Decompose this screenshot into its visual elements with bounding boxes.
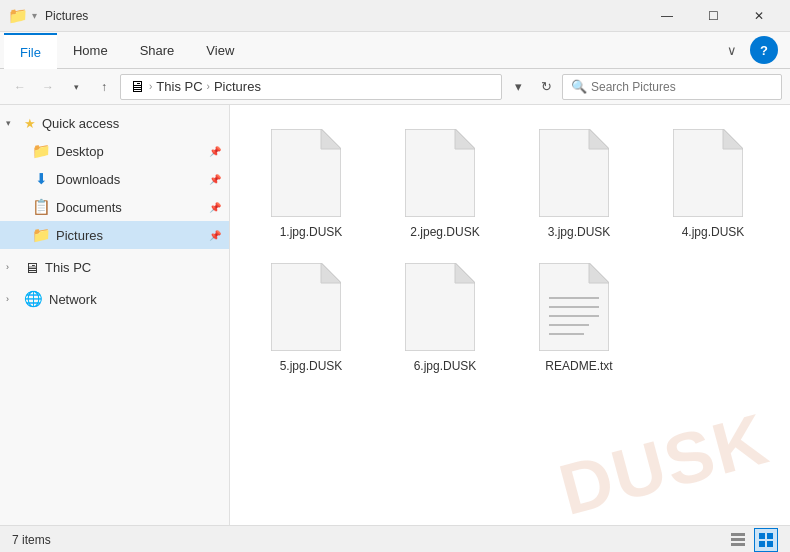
sidebar-item-desktop[interactable]: 📁 Desktop 📌 bbox=[0, 137, 229, 165]
titlebar-icon: 📁 ▾ bbox=[8, 6, 37, 25]
back-button[interactable]: ← bbox=[8, 75, 32, 99]
file-name-6: 6.jpg.DUSK bbox=[414, 359, 477, 373]
ribbon-collapse-icon[interactable]: ∨ bbox=[718, 36, 746, 64]
sidebar-item-downloads[interactable]: ⬇ Downloads 📌 bbox=[0, 165, 229, 193]
file-icon-4 bbox=[673, 129, 753, 219]
svg-rect-25 bbox=[767, 541, 773, 547]
folder-icon: 📁 bbox=[32, 142, 50, 160]
list-item[interactable]: 6.jpg.DUSK bbox=[380, 255, 510, 381]
svg-marker-3 bbox=[455, 129, 475, 149]
main: ▾ ★ Quick access 📁 Desktop 📌 ⬇ Downloads… bbox=[0, 105, 790, 525]
details-view-button[interactable] bbox=[726, 528, 750, 552]
pin-icon-pictures: 📌 bbox=[209, 230, 221, 241]
recent-button[interactable]: ▾ bbox=[64, 75, 88, 99]
path-separator-2: › bbox=[207, 81, 210, 92]
path-this-pc[interactable]: This PC bbox=[156, 79, 202, 94]
pin-icon: 📌 bbox=[209, 146, 221, 157]
help-icon[interactable]: ? bbox=[750, 36, 778, 64]
svg-rect-23 bbox=[767, 533, 773, 539]
svg-rect-22 bbox=[759, 533, 765, 539]
sidebar-label-downloads: Downloads bbox=[56, 172, 120, 187]
forward-button[interactable]: → bbox=[36, 75, 60, 99]
tab-file[interactable]: File bbox=[4, 33, 57, 69]
list-item[interactable]: 4.jpg.DUSK bbox=[648, 121, 778, 247]
ribbon: File Home Share View ∨ ? bbox=[0, 32, 790, 69]
sidebar-network[interactable]: › 🌐 Network bbox=[0, 285, 229, 313]
item-count: 7 items bbox=[12, 533, 51, 547]
file-name-1: 1.jpg.DUSK bbox=[280, 225, 343, 239]
network-icon: 🌐 bbox=[24, 290, 43, 308]
tab-home[interactable]: Home bbox=[57, 32, 124, 68]
file-icon-6 bbox=[405, 263, 485, 353]
file-grid: 1.jpg.DUSK 2.jpeg.DUSK bbox=[242, 117, 778, 385]
svg-rect-20 bbox=[731, 538, 745, 541]
file-icon-1 bbox=[271, 129, 351, 219]
sidebar-this-pc[interactable]: › 🖥 This PC bbox=[0, 253, 229, 281]
file-name-3: 3.jpg.DUSK bbox=[548, 225, 611, 239]
addressbar: ← → ▾ ↑ 🖥 › This PC › Pictures ▾ ↻ 🔍 bbox=[0, 69, 790, 105]
address-dropdown-icon[interactable]: ▾ bbox=[506, 75, 530, 99]
filearea: DUSK 1.jpg.DUSK bbox=[230, 105, 790, 525]
sidebar-label-documents: Documents bbox=[56, 200, 122, 215]
svg-marker-1 bbox=[321, 129, 341, 149]
statusbar-right bbox=[726, 528, 778, 552]
chevron-down-icon: ▾ bbox=[6, 118, 18, 128]
svg-marker-11 bbox=[455, 263, 475, 283]
tab-view[interactable]: View bbox=[190, 32, 250, 68]
statusbar: 7 items bbox=[0, 525, 790, 552]
list-item[interactable]: 2.jpeg.DUSK bbox=[380, 121, 510, 247]
sidebar: ▾ ★ Quick access 📁 Desktop 📌 ⬇ Downloads… bbox=[0, 105, 230, 525]
up-button[interactable]: ↑ bbox=[92, 75, 116, 99]
sidebar-item-pictures[interactable]: 📁 Pictures 📌 bbox=[0, 221, 229, 249]
file-icon-7 bbox=[539, 263, 619, 353]
star-icon: ★ bbox=[24, 116, 36, 131]
file-name-5: 5.jpg.DUSK bbox=[280, 359, 343, 373]
sidebar-label-desktop: Desktop bbox=[56, 144, 104, 159]
sidebar-quick-access[interactable]: ▾ ★ Quick access bbox=[0, 109, 229, 137]
refresh-button[interactable]: ↻ bbox=[534, 75, 558, 99]
file-icon-2 bbox=[405, 129, 485, 219]
search-input[interactable] bbox=[591, 80, 773, 94]
ribbon-tabs: File Home Share View ∨ ? bbox=[0, 32, 790, 68]
minimize-button[interactable]: — bbox=[644, 0, 690, 32]
svg-marker-13 bbox=[589, 263, 609, 283]
maximize-button[interactable]: ☐ bbox=[690, 0, 736, 32]
download-folder-icon: ⬇ bbox=[32, 170, 50, 188]
address-path[interactable]: 🖥 › This PC › Pictures bbox=[120, 74, 502, 100]
path-separator-1: › bbox=[149, 81, 152, 92]
sidebar-label-pictures: Pictures bbox=[56, 228, 103, 243]
titlebar-title: Pictures bbox=[45, 9, 644, 23]
tab-share[interactable]: Share bbox=[124, 32, 191, 68]
network-label: Network bbox=[49, 292, 97, 307]
search-icon: 🔍 bbox=[571, 79, 587, 94]
sidebar-item-documents[interactable]: 📋 Documents 📌 bbox=[0, 193, 229, 221]
this-pc-icon: 🖥 bbox=[24, 259, 39, 276]
list-item[interactable]: 3.jpg.DUSK bbox=[514, 121, 644, 247]
svg-marker-7 bbox=[723, 129, 743, 149]
file-name-4: 4.jpg.DUSK bbox=[682, 225, 745, 239]
chevron-right-icon: › bbox=[6, 262, 18, 272]
path-pictures[interactable]: Pictures bbox=[214, 79, 261, 94]
svg-rect-21 bbox=[731, 543, 745, 546]
watermark: DUSK bbox=[551, 397, 777, 525]
search-box[interactable]: 🔍 bbox=[562, 74, 782, 100]
list-item[interactable]: 1.jpg.DUSK bbox=[246, 121, 376, 247]
file-icon-3 bbox=[539, 129, 619, 219]
list-item[interactable]: 5.jpg.DUSK bbox=[246, 255, 376, 381]
pictures-folder-icon: 📁 bbox=[32, 226, 50, 244]
ribbon-right: ∨ ? bbox=[718, 36, 786, 64]
file-name-7: README.txt bbox=[545, 359, 612, 373]
svg-rect-24 bbox=[759, 541, 765, 547]
list-item[interactable]: README.txt bbox=[514, 255, 644, 381]
file-name-2: 2.jpeg.DUSK bbox=[410, 225, 479, 239]
svg-marker-9 bbox=[321, 263, 341, 283]
file-icon-5 bbox=[271, 263, 351, 353]
doc-folder-icon: 📋 bbox=[32, 198, 50, 216]
large-icons-view-button[interactable] bbox=[754, 528, 778, 552]
quick-access-label: Quick access bbox=[42, 116, 119, 131]
svg-rect-19 bbox=[731, 533, 745, 536]
this-pc-label: This PC bbox=[45, 260, 91, 275]
pin-icon-documents: 📌 bbox=[209, 202, 221, 213]
svg-marker-5 bbox=[589, 129, 609, 149]
close-button[interactable]: ✕ bbox=[736, 0, 782, 32]
